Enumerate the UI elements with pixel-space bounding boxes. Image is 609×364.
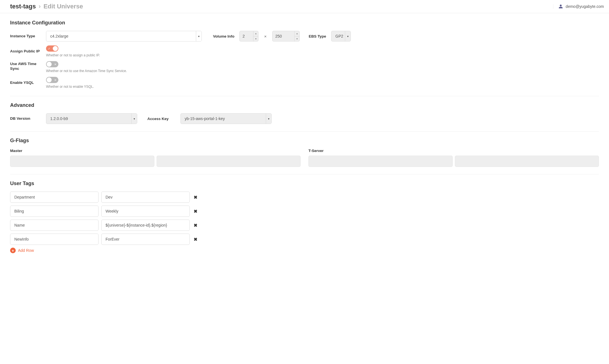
toggle-public-ip[interactable]: ✓ xyxy=(46,45,58,52)
tag-key-input[interactable]: Biling xyxy=(10,206,99,217)
access-key-select[interactable]: yb-15-aws-portal-1-key ▾ xyxy=(180,113,272,124)
toggle-ysql[interactable]: ✕ xyxy=(46,77,58,83)
volume-count-up[interactable]: ▲ xyxy=(253,31,258,36)
row-public-ip: Assign Public IP ✓ Whether or not to ass… xyxy=(10,45,599,57)
tserver-flag-value-input[interactable] xyxy=(455,156,599,167)
tag-value-input[interactable]: ForEver xyxy=(101,234,190,245)
volume-size-up[interactable]: ▲ xyxy=(295,31,299,36)
label-instance-type: Instance Type xyxy=(10,34,41,39)
user-email: demo@yugabyte.com xyxy=(566,4,604,9)
content: Instance Configuration Instance Type c4.… xyxy=(0,13,609,261)
caret-down-icon: ▾ xyxy=(131,114,137,124)
remove-row-button[interactable]: ✖ xyxy=(193,223,198,228)
tag-row: DepartmentDev✖ xyxy=(10,192,599,203)
master-flag-value-input[interactable] xyxy=(157,156,301,167)
x-icon: ✕ xyxy=(54,63,56,66)
row-ysql: Enable YSQL ✕ Whether or not to enable Y… xyxy=(10,77,599,89)
x-icon: ✕ xyxy=(54,79,56,82)
divider xyxy=(10,131,599,132)
remove-row-button[interactable]: ✖ xyxy=(193,195,198,200)
toggle-knob xyxy=(47,62,52,67)
row-aws-time: Use AWS Time Sync ✕ Whether or not to us… xyxy=(10,61,599,73)
divider xyxy=(10,96,599,96)
section-title-instance-config: Instance Configuration xyxy=(10,20,599,26)
gflags-tserver: T-Server xyxy=(308,149,599,167)
ebs-type-select[interactable]: GP2 ▾ xyxy=(331,31,351,42)
section-title-gflags: G-Flags xyxy=(10,138,599,144)
chevron-right-icon: › xyxy=(39,3,41,10)
volume-count-value: 2 xyxy=(240,31,253,41)
volume-size-value: 250 xyxy=(273,31,294,41)
instance-type-value: c4.2xlarge xyxy=(46,34,196,38)
toggle-knob xyxy=(47,77,52,82)
user-tags-list: DepartmentDev✖BilingWeekly✖Name${univers… xyxy=(10,192,599,245)
label-db-version: DB Version xyxy=(10,116,41,121)
gflags-master: Master xyxy=(10,149,301,167)
caret-down-icon: ▾ xyxy=(345,31,351,41)
add-row-button[interactable]: + Add Row xyxy=(10,248,599,253)
tserver-flag-key-input[interactable] xyxy=(308,156,453,167)
add-row-label: Add Row xyxy=(18,248,34,253)
gflags: Master T-Server xyxy=(10,149,599,167)
label-volume-info: Volume Info xyxy=(213,34,234,38)
db-version-value: 1.2.0.0-b9 xyxy=(46,116,131,121)
plus-icon: + xyxy=(10,248,16,253)
helper-aws-time: Whether or not to use the Amazon Time Sy… xyxy=(46,69,127,73)
remove-row-button[interactable]: ✖ xyxy=(193,209,198,214)
access-key-value: yb-15-aws-portal-1-key xyxy=(181,116,266,121)
section-title-advanced: Advanced xyxy=(10,102,599,108)
label-ebs-type: EBS Type xyxy=(309,34,326,38)
label-master: Master xyxy=(10,149,301,153)
tag-value-input[interactable]: Dev xyxy=(101,192,190,203)
helper-ysql: Whether or not to enable YSQL. xyxy=(46,85,94,89)
label-public-ip: Assign Public IP xyxy=(10,49,41,54)
breadcrumb-action: Edit Universe xyxy=(44,3,83,10)
volume-size-down[interactable]: ▼ xyxy=(295,36,299,42)
tag-key-input[interactable]: Department xyxy=(10,192,99,203)
tag-key-input[interactable]: Name xyxy=(10,220,99,231)
topbar: test-tags › Edit Universe demo@yugabyte.… xyxy=(0,0,609,13)
tag-value-input[interactable]: ${universe}-${instance-id}.${region} xyxy=(101,220,190,231)
helper-public-ip: Whether or not to assign a public IP. xyxy=(46,53,100,57)
caret-down-icon: ▾ xyxy=(196,31,202,41)
tag-value-input[interactable]: Weekly xyxy=(101,206,190,217)
tag-row: Name${universe}-${instance-id}.${region}… xyxy=(10,220,599,231)
label-ysql: Enable YSQL xyxy=(10,80,41,85)
label-access-key: Access Key xyxy=(147,117,175,121)
label-tserver: T-Server xyxy=(308,149,599,153)
master-flag-key-input[interactable] xyxy=(10,156,154,167)
tag-key-input[interactable]: NewInfo xyxy=(10,234,99,245)
volume-size-stepper[interactable]: 250 ▲ ▼ xyxy=(272,31,300,42)
tag-row: NewInfoForEver✖ xyxy=(10,234,599,245)
multiply-icon: × xyxy=(264,34,267,39)
section-title-user-tags: User Tags xyxy=(10,181,599,186)
row-instance-type: Instance Type c4.2xlarge ▾ Volume Info 2… xyxy=(10,31,599,42)
instance-type-select[interactable]: c4.2xlarge ▾ xyxy=(46,31,202,42)
check-icon: ✓ xyxy=(48,47,50,50)
tag-row: BilingWeekly✖ xyxy=(10,206,599,217)
breadcrumb-universe-link[interactable]: test-tags xyxy=(10,3,36,10)
user-icon xyxy=(558,4,563,9)
db-version-select[interactable]: 1.2.0.0-b9 ▾ xyxy=(46,113,137,124)
divider xyxy=(10,174,599,174)
user-menu[interactable]: demo@yugabyte.com xyxy=(553,4,604,9)
volume-count-down[interactable]: ▼ xyxy=(253,36,258,42)
label-aws-time: Use AWS Time Sync xyxy=(10,61,41,71)
toggle-knob xyxy=(53,46,58,51)
toggle-aws-time[interactable]: ✕ xyxy=(46,61,58,67)
volume-count-stepper[interactable]: 2 ▲ ▼ xyxy=(239,31,258,42)
row-advanced: DB Version 1.2.0.0-b9 ▾ Access Key yb-15… xyxy=(10,113,599,124)
breadcrumb: test-tags › Edit Universe xyxy=(10,3,83,10)
caret-down-icon: ▾ xyxy=(266,114,271,124)
remove-row-button[interactable]: ✖ xyxy=(193,237,198,242)
ebs-type-value: GP2 xyxy=(331,34,345,38)
